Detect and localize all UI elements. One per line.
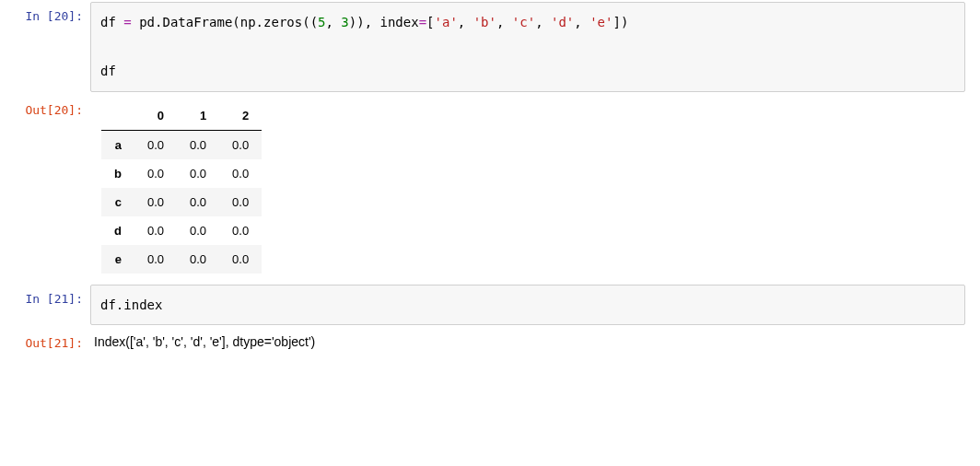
code-token: 'c' bbox=[512, 15, 535, 29]
cell-value: 0.0 bbox=[177, 159, 219, 188]
code-block-20[interactable]: df = pd.DataFrame(np.zeros((5, 3)), inde… bbox=[90, 2, 965, 92]
cell-in-21: In [21]: df.index bbox=[0, 283, 980, 328]
cell-out-20: Out[20]: 0 1 2 a 0.0 0.0 0.0 bbox=[0, 94, 980, 283]
col-header: 2 bbox=[219, 101, 262, 131]
code-token: [ bbox=[426, 15, 434, 29]
code-token: , bbox=[535, 15, 551, 29]
code-token: 'b' bbox=[473, 15, 496, 29]
cell-in-20: In [20]: df = pd.DataFrame(np.zeros((5, … bbox=[0, 0, 980, 94]
cell-value: 0.0 bbox=[177, 188, 219, 216]
cell-value: 0.0 bbox=[134, 188, 177, 216]
table-row: b 0.0 0.0 0.0 bbox=[101, 159, 262, 188]
code-token: )), index bbox=[349, 15, 419, 29]
code-token: = bbox=[116, 15, 139, 29]
row-header: a bbox=[101, 130, 134, 159]
code-token: index bbox=[123, 297, 162, 312]
code-token: df bbox=[100, 64, 116, 78]
cell-value: 0.0 bbox=[219, 245, 262, 274]
cell-value: 0.0 bbox=[177, 245, 219, 274]
code-block-21[interactable]: df.index bbox=[90, 285, 965, 326]
cell-value: 0.0 bbox=[134, 159, 177, 188]
cell-value: 0.0 bbox=[134, 130, 177, 159]
table-row: a 0.0 0.0 0.0 bbox=[101, 130, 262, 159]
code-token: ]) bbox=[612, 15, 628, 29]
code-token: = bbox=[419, 15, 426, 29]
table-row: c 0.0 0.0 0.0 bbox=[101, 188, 262, 216]
cell-value: 0.0 bbox=[134, 245, 177, 274]
code-token: 'a' bbox=[435, 15, 458, 29]
cell-value: 0.0 bbox=[219, 130, 262, 159]
code-token: pd bbox=[139, 15, 155, 29]
code-token: ( bbox=[232, 15, 239, 29]
col-header: 0 bbox=[134, 101, 177, 131]
cell-value: 0.0 bbox=[177, 130, 219, 159]
row-header: d bbox=[101, 216, 134, 245]
code-token: , bbox=[574, 15, 589, 29]
dataframe-output: 0 1 2 a 0.0 0.0 0.0 b 0.0 0.0 bbox=[90, 96, 965, 281]
cell-out-21: Out[21]: Index(['a', 'b', 'c', 'd', 'e']… bbox=[0, 327, 980, 358]
table-header-row: 0 1 2 bbox=[101, 101, 262, 131]
code-token: 3 bbox=[341, 15, 348, 29]
code-token: 5 bbox=[318, 15, 325, 29]
code-token: , bbox=[326, 15, 342, 29]
code-token: DataFrame bbox=[162, 15, 232, 29]
cell-value: 0.0 bbox=[134, 216, 177, 245]
dataframe-table: 0 1 2 a 0.0 0.0 0.0 b 0.0 0.0 bbox=[101, 101, 262, 274]
table-row: d 0.0 0.0 0.0 bbox=[101, 216, 262, 245]
code-token: df bbox=[100, 15, 116, 29]
cell-value: 0.0 bbox=[177, 216, 219, 245]
prompt-out-20: Out[20]: bbox=[0, 96, 90, 123]
code-token: df bbox=[100, 297, 116, 312]
row-header: c bbox=[101, 188, 134, 216]
code-token: np bbox=[240, 15, 256, 29]
prompt-in-20: In [20]: bbox=[0, 2, 90, 29]
output-area-20: 0 1 2 a 0.0 0.0 0.0 b 0.0 0.0 bbox=[90, 96, 965, 281]
code-area-20[interactable]: df = pd.DataFrame(np.zeros((5, 3)), inde… bbox=[90, 2, 965, 92]
output-area-21: Index(['a', 'b', 'c', 'd', 'e'], dtype='… bbox=[90, 329, 965, 353]
code-token: 'd' bbox=[551, 15, 574, 29]
code-area-21[interactable]: df.index bbox=[90, 285, 965, 326]
code-token: , bbox=[496, 15, 512, 29]
cell-value: 0.0 bbox=[219, 216, 262, 245]
table-row: e 0.0 0.0 0.0 bbox=[101, 245, 262, 274]
col-header: 1 bbox=[177, 101, 219, 131]
code-token: (( bbox=[302, 15, 318, 29]
output-text: Index(['a', 'b', 'c', 'd', 'e'], dtype='… bbox=[90, 329, 965, 353]
code-token: , bbox=[458, 15, 473, 29]
prompt-in-21: In [21]: bbox=[0, 285, 90, 312]
code-token: 'e' bbox=[589, 15, 612, 29]
prompt-out-21: Out[21]: bbox=[0, 329, 90, 356]
row-header: b bbox=[101, 159, 134, 188]
table-corner bbox=[101, 101, 134, 131]
code-token: zeros bbox=[263, 15, 302, 29]
cell-value: 0.0 bbox=[219, 159, 262, 188]
cell-value: 0.0 bbox=[219, 188, 262, 216]
code-token: . bbox=[256, 15, 263, 29]
row-header: e bbox=[101, 245, 134, 274]
